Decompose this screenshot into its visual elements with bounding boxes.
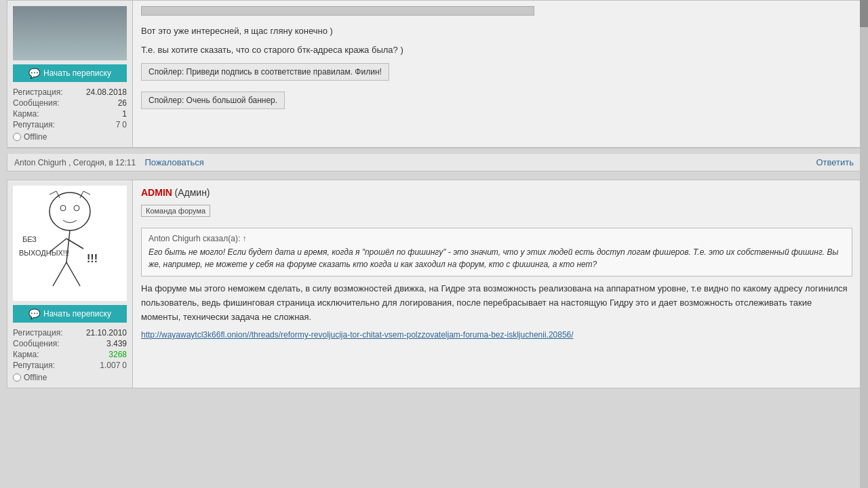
admin-post-content: ADMIN (Админ) Команда форума Anton Chigu… (133, 180, 861, 388)
scrollbar-thumb[interactable] (860, 0, 868, 27)
top-partial-post: 💬 Начать переписку Регистрация: 24.08.20… (7, 0, 861, 148)
post-footer-left: Anton Chigurh , Сегодня, в 12:11 Пожалов… (14, 157, 204, 167)
post-link-area: http://wayawaytcl3k66fl.onion//threads/r… (141, 329, 852, 340)
user-meta-top: Регистрация: 24.08.2018 Сообщения: 26 Ка… (13, 87, 127, 142)
admin-avatar-svg: БЕЗ ВЫХОДНЫХ!!! (16, 188, 124, 300)
offline-radio-icon-top (13, 133, 21, 141)
scrollbar[interactable] (860, 0, 868, 394)
svg-rect-0 (16, 188, 124, 300)
reply-button-top[interactable]: Ответить (816, 157, 854, 167)
post-text-line1: Вот это уже интересней, я щас гляну коне… (141, 24, 852, 38)
reputation-row-top: Репутация: 7 0 (13, 120, 127, 129)
svg-text:БЕЗ: БЕЗ (22, 235, 37, 243)
admin-post: БЕЗ ВЫХОДНЫХ!!! (7, 180, 861, 388)
quote-block: Anton Chigurh сказал(а): ↑ Его быть не м… (141, 228, 852, 277)
post-text-line2: Т.е. вы хотите сказать, что со старого б… (141, 43, 852, 57)
post-link[interactable]: http://wayawaytcl3k66fl.onion//threads/r… (141, 330, 574, 340)
complaint-link[interactable]: Пожаловаться (144, 157, 203, 167)
top-post-content: Вот это уже интересней, я щас гляну коне… (133, 1, 861, 148)
chat-icon: 💬 (28, 68, 40, 79)
quote-author: Anton Chigurh сказал(а): ↑ (149, 234, 845, 243)
post-time: Сегодня, в 12:11 (73, 158, 136, 167)
admin-avatar: БЕЗ ВЫХОДНЫХ!!! (13, 186, 127, 301)
start-message-button-admin[interactable]: 💬 Начать переписку (13, 305, 127, 323)
spoiler1-button[interactable]: Спойлер: Приведи подпись в соответствие … (141, 63, 389, 81)
offline-status-admin: Offline (13, 373, 127, 382)
admin-sidebar: БЕЗ ВЫХОДНЫХ!!! (7, 180, 133, 388)
spoiler1-area: Спойлер: Приведи подпись в соответствие … (141, 63, 852, 85)
team-badge-area: Команда форума (141, 202, 852, 222)
start-message-button-top[interactable]: 💬 Начать переписку (13, 64, 127, 82)
svg-text:ВЫХОДНЫХ!!!: ВЫХОДНЫХ!!! (19, 249, 69, 257)
admin-username-area: ADMIN (Админ) (141, 187, 852, 198)
main-container: 💬 Начать переписку Регистрация: 24.08.20… (7, 0, 861, 388)
input-bar-area (141, 6, 852, 18)
user-meta-admin: Регистрация: 21.10.2010 Сообщения: 3.439… (13, 328, 127, 382)
spoiler2-button[interactable]: Спойлер: Очень большой баннер. (141, 92, 285, 109)
chat-icon-admin: 💬 (28, 308, 40, 319)
admin-main-text: На форуме мы этого неможем сделать, в си… (141, 282, 852, 324)
offline-status-top: Offline (13, 132, 127, 142)
team-badge: Команда форума (141, 205, 210, 217)
quote-text: Его быть не могло! Если будет дата и вре… (149, 246, 845, 270)
top-sidebar: 💬 Начать переписку Регистрация: 24.08.20… (7, 1, 133, 148)
admin-username: ADMIN (141, 187, 172, 198)
reputation-row-admin: Репутация: 1.007 0 (13, 361, 127, 370)
input-bar[interactable] (141, 6, 534, 16)
svg-text:!!!: !!! (87, 253, 98, 264)
post-footer-top: Anton Chigurh , Сегодня, в 12:11 Пожалов… (7, 154, 861, 171)
spoiler2-area: Спойлер: Очень большой баннер. (141, 92, 852, 113)
offline-radio-icon-admin (13, 373, 21, 382)
post-author: Anton Chigurh (14, 158, 66, 167)
avatar (13, 6, 127, 60)
